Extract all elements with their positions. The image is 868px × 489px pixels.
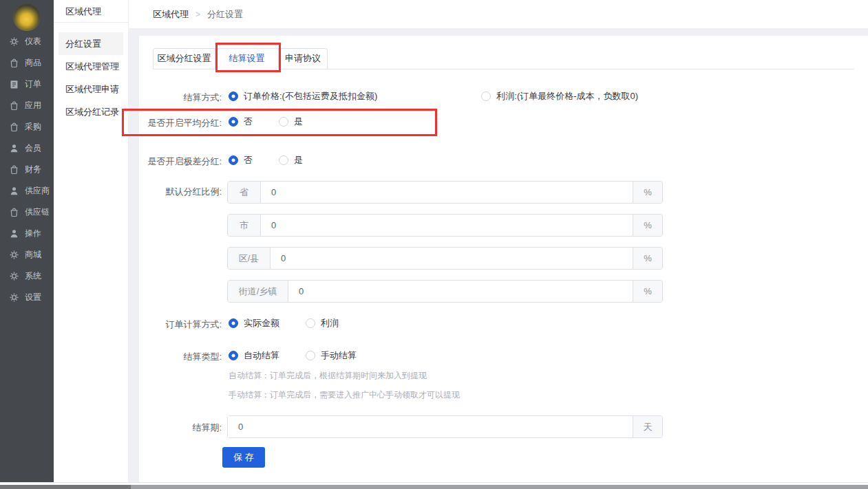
average-bonus-radio-group: 否 是 — [229, 115, 329, 129]
sidebar-item-label: 供应链 — [25, 206, 50, 218]
average-bonus-label: 是否开启平均分红: — [132, 117, 222, 129]
radio-unselected-icon — [306, 318, 315, 328]
radio-unselected-icon — [279, 155, 288, 165]
ratio-input-province[interactable] — [261, 182, 633, 203]
sidebar-item-settings[interactable]: 设置 — [0, 287, 54, 308]
input-append-days: 天 — [633, 416, 662, 437]
radio-profit[interactable]: 利润:(订单最终价格-成本，负数取0) — [481, 90, 638, 102]
radio-selected-icon — [229, 117, 238, 127]
sidebar-item-label: 商品 — [25, 57, 41, 69]
order-icon — [9, 79, 19, 89]
settlement-period-input[interactable] — [228, 416, 633, 437]
tab-settlement-settings[interactable]: 结算设置 — [215, 49, 279, 69]
input-append-percent: % — [633, 281, 662, 302]
range-bonus-label: 是否开启极差分红: — [132, 155, 222, 168]
input-prepend-province: 省 — [228, 182, 261, 203]
radio-selected-icon — [229, 155, 238, 165]
secondary-sidebar: 区域代理 分红设置 区域代理管理 区域代理申请 区域分红记录 — [54, 0, 129, 489]
tab-bar: 区域分红设置 结算设置 申请协议 — [153, 48, 328, 69]
sidebar-item-label: 仪表 — [25, 36, 41, 47]
sidebar-item-agent-application[interactable]: 区域代理申请 — [59, 78, 123, 100]
sidebar-item-apps[interactable]: 应用 — [0, 95, 54, 116]
radio-range-no[interactable]: 否 — [229, 154, 253, 166]
radio-unselected-icon — [306, 351, 315, 360]
radio-selected-icon — [229, 318, 238, 328]
input-append-percent: % — [633, 248, 662, 269]
radio-order-price[interactable]: 订单价格:(不包括运费及抵扣金额) — [229, 90, 377, 102]
app-logo-avatar[interactable] — [13, 3, 41, 31]
gear-icon — [9, 292, 19, 303]
bag-icon — [9, 58, 19, 68]
sidebar-item-orders[interactable]: 订单 — [0, 74, 54, 95]
radio-range-yes[interactable]: 是 — [279, 154, 303, 166]
input-prepend-city: 市 — [228, 215, 261, 236]
person-icon — [9, 186, 19, 196]
sidebar-item-system[interactable]: 系统 — [0, 265, 54, 287]
radio-unselected-icon — [481, 91, 491, 101]
order-calc-radio-group: 实际金额 利润 — [229, 316, 365, 330]
sidebar-item-mall[interactable]: 商城 — [0, 244, 54, 265]
sidebar-item-bonus-settings[interactable]: 分红设置 — [59, 32, 123, 55]
secondary-nav: 分红设置 区域代理管理 区域代理申请 区域分红记录 — [54, 32, 128, 123]
order-calc-label: 订单计算方式: — [132, 318, 222, 331]
gear-icon — [9, 250, 19, 260]
radio-auto-settlement[interactable]: 自动结算 — [229, 349, 279, 362]
bag-icon — [9, 207, 19, 217]
input-append-percent: % — [633, 215, 662, 236]
settlement-period-label: 结算期: — [132, 422, 222, 434]
gear-icon — [9, 36, 19, 47]
radio-average-yes[interactable]: 是 — [279, 116, 303, 128]
radio-actual-amount[interactable]: 实际金额 — [229, 317, 279, 329]
primary-nav: 仪表 商品 订单 应用 采购 会员 财务 供应商 供应链 操作 商城 系统 设置 — [0, 31, 54, 308]
sidebar-item-suppliers[interactable]: 供应商 — [0, 180, 54, 202]
default-ratio-label: 默认分红比例: — [132, 186, 222, 198]
sidebar-item-label: 应用 — [25, 100, 41, 111]
ratio-input-district[interactable] — [271, 248, 633, 269]
radio-manual-settlement[interactable]: 手动结算 — [306, 349, 357, 362]
radio-average-no[interactable]: 否 — [229, 116, 253, 128]
sidebar-item-label: 会员 — [25, 142, 41, 154]
sidebar-item-label: 采购 — [25, 121, 41, 133]
horizontal-scrollbar-thumb[interactable] — [0, 485, 131, 489]
sidebar-item-purchase[interactable]: 采购 — [0, 116, 54, 138]
sidebar-item-supply-chain[interactable]: 供应链 — [0, 202, 54, 223]
ratio-input-group-district: 区/县 % — [227, 247, 663, 270]
save-button[interactable]: 保 存 — [222, 447, 265, 468]
input-prepend-district: 区/县 — [228, 248, 271, 269]
manual-settlement-help-text: 手动结算：订单完成后，需要进入推广中心手动领取才可以提现 — [229, 389, 460, 401]
ratio-input-group-city: 市 % — [227, 214, 663, 237]
tab-application-agreement[interactable]: 申请协议 — [279, 49, 327, 69]
settlement-type-radio-group: 自动结算 手动结算 — [229, 349, 383, 362]
sidebar-item-label: 供应商 — [25, 185, 50, 197]
settlement-method-radio-group: 订单价格:(不包括运费及抵扣金额) 利润:(订单最终价格-成本，负数取0) — [229, 89, 664, 103]
breadcrumb-item-parent[interactable]: 区域代理 — [153, 8, 189, 21]
radio-unselected-icon — [279, 117, 288, 127]
input-prepend-street: 街道/乡镇 — [228, 281, 288, 302]
secondary-sidebar-title: 区域代理 — [54, 0, 128, 23]
ratio-input-city[interactable] — [261, 215, 633, 236]
sidebar-item-members[interactable]: 会员 — [0, 138, 54, 159]
person-icon — [9, 228, 19, 239]
horizontal-scrollbar-thumb[interactable] — [131, 485, 868, 489]
sidebar-item-finance[interactable]: 财务 — [0, 159, 54, 180]
breadcrumb-item-current: 分红设置 — [207, 8, 243, 21]
sidebar-item-dashboard[interactable]: 仪表 — [0, 31, 54, 52]
auto-settlement-help-text: 自动结算：订单完成后，根据结算期时间来加入到提现 — [229, 370, 427, 382]
ratio-input-street[interactable] — [288, 281, 633, 302]
bag-icon — [9, 122, 19, 132]
sidebar-item-operations[interactable]: 操作 — [0, 223, 54, 244]
topbar: 区域代理 > 分红设置 — [129, 0, 868, 28]
gear-icon — [9, 271, 19, 281]
sidebar-item-label: 商城 — [25, 249, 41, 261]
sidebar-item-bonus-records[interactable]: 区域分红记录 — [59, 100, 123, 123]
tab-region-bonus-settings[interactable]: 区域分红设置 — [154, 49, 215, 69]
radio-order-profit[interactable]: 利润 — [306, 317, 339, 329]
sidebar-item-label: 系统 — [25, 270, 41, 282]
ratio-input-group-province: 省 % — [227, 181, 663, 204]
input-append-percent: % — [633, 182, 662, 203]
sidebar-item-agent-management[interactable]: 区域代理管理 — [59, 55, 123, 78]
settlement-period-input-group: 天 — [227, 415, 663, 438]
sidebar-item-label: 设置 — [25, 292, 41, 303]
sidebar-item-label: 财务 — [25, 164, 41, 175]
sidebar-item-goods[interactable]: 商品 — [0, 52, 54, 74]
